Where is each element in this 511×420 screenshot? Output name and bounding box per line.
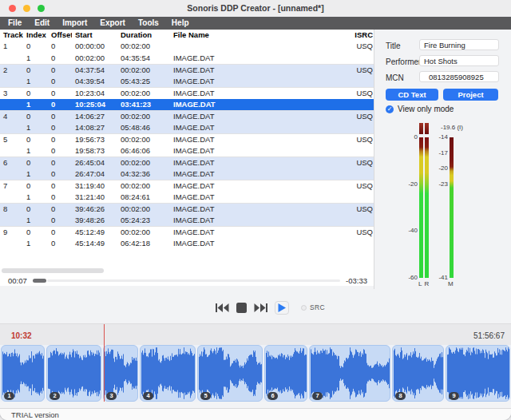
track-table-panel: TrackIndexOffsetStartDurationFile NameIS… — [0, 30, 374, 286]
menu-item-tools[interactable]: Tools — [138, 17, 159, 30]
horizontal-scrollbar[interactable] — [0, 268, 374, 274]
cell-isrc — [339, 145, 374, 157]
cell-start: 45:12:49 — [72, 227, 117, 238]
title-field[interactable] — [419, 39, 499, 50]
level-meters: -19.6 (I) 0-20-40-60 -14-17-20-23-41 LRM — [383, 120, 509, 291]
table-row[interactable]: 20004:37:5400:02:00IMAGE.DATUSQ — [0, 64, 374, 76]
table-row[interactable]: 80039:46:2600:02:00IMAGE.DATUSQ — [0, 203, 374, 215]
cell-start: 31:21:40 — [72, 192, 117, 204]
cell-file: IMAGE.DAT — [170, 238, 339, 250]
waveform-segment[interactable]: 7 — [309, 345, 390, 402]
menu-item-file[interactable]: File — [8, 17, 22, 30]
table-row[interactable]: 1039:48:2605:24:23IMAGE.DAT — [0, 215, 374, 227]
table-row[interactable]: 1031:21:4008:24:61IMAGE.DAT — [0, 192, 374, 204]
column-header: Track — [0, 30, 23, 41]
table-row[interactable]: 30010:23:0400:02:00IMAGE.DATUSQ — [0, 87, 374, 99]
table-row[interactable]: 1010:25:0403:41:23IMAGE.DAT — [0, 99, 374, 111]
transport-controls: SRC — [216, 299, 325, 316]
slider-track[interactable] — [47, 279, 340, 282]
cell-duration: 05:43:25 — [117, 76, 170, 88]
mcn-field[interactable] — [419, 71, 499, 82]
src-toggle[interactable]: SRC — [301, 303, 325, 311]
next-track-button[interactable] — [254, 303, 267, 312]
mcn-label: MCN — [386, 73, 404, 82]
playback-slider-row: 00:07 -03:33 — [0, 275, 374, 286]
cell-file — [170, 41, 339, 53]
table-row[interactable]: 1026:47:0404:32:36IMAGE.DAT — [0, 168, 374, 180]
play-button[interactable] — [275, 301, 289, 315]
lr-tick: 0 — [394, 134, 418, 141]
waveform-overview[interactable]: 123456789 — [0, 345, 511, 402]
cell-offset: 0 — [48, 227, 72, 238]
scrollbar-thumb[interactable] — [2, 268, 104, 273]
cell-isrc — [339, 122, 374, 134]
cell-duration: 00:02:00 — [117, 65, 170, 76]
cell-offset: 0 — [48, 65, 72, 76]
waveform-segment[interactable]: 4 — [140, 345, 196, 402]
meter-bar-right — [425, 137, 429, 278]
cell-offset: 0 — [48, 238, 72, 250]
menu-item-export[interactable]: Export — [100, 17, 125, 30]
waveform-segment[interactable]: 6 — [264, 345, 307, 402]
cell-duration: 03:41:23 — [117, 99, 170, 111]
menu-item-import[interactable]: Import — [62, 17, 87, 30]
view-only-checkbox[interactable]: ✓ — [386, 105, 394, 113]
cell-offset: 0 — [48, 145, 72, 157]
m-tick: -20 — [424, 165, 448, 172]
track-badge: 5 — [200, 392, 211, 400]
waveform-segment[interactable]: 8 — [392, 345, 444, 402]
cell-file: IMAGE.DAT — [170, 204, 339, 215]
cell-offset: 0 — [48, 99, 72, 111]
table-row[interactable]: 1004:39:5405:43:25IMAGE.DAT — [0, 76, 374, 88]
table-row[interactable]: 70031:19:4000:02:00IMAGE.DATUSQ — [0, 180, 374, 192]
table-row[interactable]: 50019:56:7300:02:00IMAGE.DATUSQ — [0, 133, 374, 145]
waveform-segment[interactable]: 9 — [446, 345, 510, 402]
src-label: SRC — [310, 303, 325, 311]
cell-file: IMAGE.DAT — [170, 192, 339, 204]
cell-offset: 0 — [48, 168, 72, 180]
cell-isrc — [339, 192, 374, 204]
playhead-line[interactable] — [104, 324, 105, 402]
table-row[interactable]: 1000:02:0004:35:54IMAGE.DAT — [0, 53, 374, 65]
slider-thumb[interactable] — [33, 279, 46, 283]
menu-item-help[interactable]: Help — [172, 17, 189, 30]
playback-slider[interactable] — [33, 278, 340, 283]
cell-offset: 0 — [48, 122, 72, 134]
table-row[interactable]: 60026:45:0400:02:00IMAGE.DATUSQ — [0, 157, 374, 168]
menu-item-edit[interactable]: Edit — [34, 17, 50, 30]
cell-duration: 00:02:00 — [117, 227, 170, 238]
cell-index: 0 — [23, 157, 48, 168]
performer-field[interactable] — [419, 55, 499, 66]
performer-label: Performer — [386, 57, 421, 66]
project-button[interactable]: Project — [443, 89, 498, 101]
stop-button[interactable] — [236, 303, 247, 313]
table-row[interactable]: 1014:08:2705:48:46IMAGE.DAT — [0, 122, 374, 134]
waveform-segment[interactable]: 5 — [197, 345, 263, 402]
cell-isrc: USQ — [339, 204, 374, 215]
cell-start: 10:25:04 — [72, 99, 117, 111]
cell-track — [0, 215, 23, 227]
table-row[interactable]: 40014:06:2700:02:00IMAGE.DATUSQ — [0, 110, 374, 122]
cell-start: 26:47:04 — [72, 168, 117, 180]
waveform-segment[interactable]: 3 — [103, 345, 138, 402]
table-row[interactable]: 10000:00:0000:02:00USQ — [0, 41, 374, 53]
waveform-segment[interactable]: 1 — [1, 345, 45, 402]
cell-index: 0 — [23, 204, 48, 215]
track-badge: 7 — [312, 392, 323, 400]
table-row[interactable]: 1045:14:4906:42:18IMAGE.DAT — [0, 238, 374, 250]
cell-file: IMAGE.DAT — [170, 53, 339, 65]
table-row[interactable]: 90045:12:4900:02:00IMAGE.DATUSQ — [0, 226, 374, 238]
cd-text-button[interactable]: CD Text — [386, 89, 438, 101]
table-row[interactable]: 1019:58:7306:46:06IMAGE.DAT — [0, 145, 374, 157]
cell-track: 6 — [0, 157, 23, 168]
cell-isrc: USQ — [339, 227, 374, 238]
cell-track — [0, 192, 23, 204]
column-header: Duration — [117, 30, 170, 41]
cell-duration: 00:02:00 — [117, 204, 170, 215]
cell-offset: 0 — [48, 204, 72, 215]
elapsed-time: 00:07 — [8, 276, 27, 285]
cell-file: IMAGE.DAT — [170, 134, 339, 145]
cell-offset: 0 — [48, 215, 72, 227]
waveform-segment[interactable]: 2 — [46, 345, 101, 402]
previous-track-button[interactable] — [216, 303, 229, 312]
